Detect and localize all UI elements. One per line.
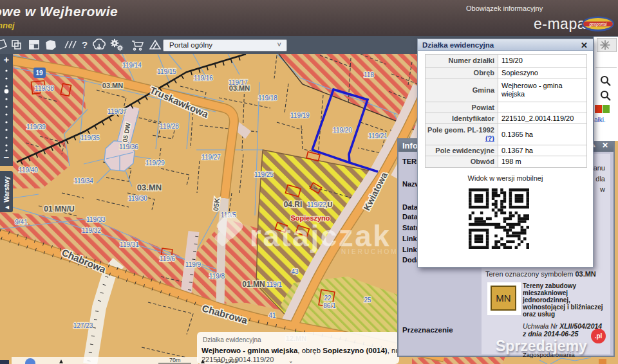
svg-text:19: 19 [35,69,43,77]
svg-text:119/6: 119/6 [160,255,176,262]
svg-text:Działka ewidencyjna: Działka ewidencyjna [203,336,261,343]
svg-text:119/8: 119/8 [209,273,225,280]
svg-text:119/36: 119/36 [119,143,138,150]
svg-text:119/34: 119/34 [74,177,93,185]
svg-text:05K: 05K [212,197,221,212]
svg-text:119/25: 119/25 [254,171,274,178]
svg-text:118: 118 [364,71,374,78]
svg-text:geoportal: geoportal [589,22,607,27]
svg-text:9/41: 9/41 [15,219,28,226]
svg-text:119/15: 119/15 [157,68,176,75]
svg-text:70m: 70m [169,357,181,363]
svg-text:41: 41 [268,312,276,319]
svg-text:25: 25 [364,296,371,304]
svg-text:,U: ,U [326,201,333,208]
svg-text:03.MN: 03.MN [137,183,162,192]
svg-text:119/23: 119/23 [307,201,326,208]
svg-text:01 MN/U: 01 MN/U [44,205,74,214]
svg-text:119/39: 119/39 [26,123,46,131]
svg-text:119/37: 119/37 [108,108,127,115]
svg-text:?: ? [82,39,88,50]
svg-text:119/9: 119/9 [185,261,201,268]
svg-text:04.RI: 04.RI [284,200,303,209]
svg-text:119/20: 119/20 [333,127,352,134]
svg-text:127/23: 127/23 [73,322,93,329]
svg-text:22: 22 [324,295,332,302]
svg-text:01.MN: 01.MN [242,280,265,289]
svg-text:119/29: 119/29 [145,159,165,167]
svg-text:119/18: 119/18 [258,95,277,102]
svg-text:86/1: 86/1 [323,302,336,309]
svg-text:43: 43 [291,268,299,275]
svg-text:119/27: 119/27 [201,154,221,161]
svg-text:119/1: 119/1 [267,281,283,288]
svg-text:119/28: 119/28 [160,123,179,130]
svg-text:⌄: ⌄ [288,358,294,364]
svg-text:119/16: 119/16 [194,75,213,82]
svg-text:119/14: 119/14 [122,62,142,69]
svg-text:PL 1992: PL 1992 [216,358,238,364]
svg-text:119/33: 119/33 [86,216,106,223]
svg-text:119/32: 119/32 [82,227,101,234]
svg-text:03.MN: 03.MN [229,84,250,92]
svg-text:119/31: 119/31 [120,241,139,248]
svg-text:03.MN: 03.MN [102,82,123,89]
svg-text:119/19: 119/19 [290,112,310,119]
svg-text:119/35: 119/35 [80,134,100,141]
svg-text:119/21: 119/21 [368,132,388,140]
svg-text:Wejherowo - gmina wiejska, obr: Wejherowo - gmina wiejska, obręb Sopiesz… [201,347,410,354]
svg-text:119/30: 119/30 [128,195,147,202]
svg-text:119/40: 119/40 [19,167,38,174]
svg-text:119/38: 119/38 [35,85,54,92]
